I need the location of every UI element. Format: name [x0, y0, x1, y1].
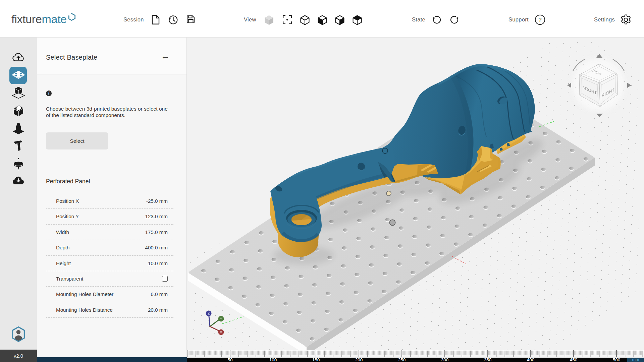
- svg-text:Z: Z: [208, 311, 210, 315]
- svg-text:?: ?: [538, 17, 541, 23]
- svg-text:X: X: [220, 330, 222, 334]
- svg-text:Y: Y: [220, 317, 222, 321]
